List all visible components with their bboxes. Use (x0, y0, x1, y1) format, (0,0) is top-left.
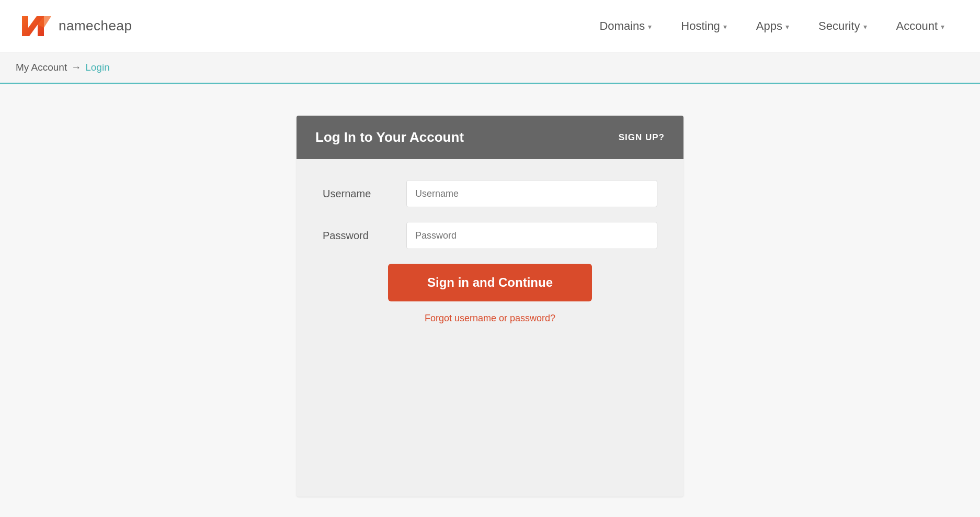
chevron-down-icon: ▾ (863, 23, 867, 31)
nav-label-apps: Apps (756, 19, 782, 33)
username-input[interactable] (406, 180, 657, 207)
username-row: Username (323, 180, 657, 207)
site-header: namecheap Domains ▾ Hosting ▾ Apps ▾ Sec… (0, 0, 980, 52)
logo-text: namecheap (59, 18, 132, 34)
password-label: Password (323, 230, 406, 242)
logo-area[interactable]: namecheap (21, 13, 132, 39)
signin-button[interactable]: Sign in and Continue (388, 264, 592, 301)
signup-link[interactable]: SIGN UP? (619, 132, 665, 143)
password-input[interactable] (406, 222, 657, 249)
nav-item-domains[interactable]: Domains ▾ (585, 14, 666, 38)
nav-item-hosting[interactable]: Hosting ▾ (666, 14, 742, 38)
breadcrumb-arrow: → (71, 62, 81, 73)
nav-item-account[interactable]: Account ▾ (882, 14, 960, 38)
chevron-down-icon: ▾ (941, 23, 944, 31)
breadcrumb: My Account → Login (0, 52, 980, 84)
login-card-title: Log In to Your Account (315, 129, 464, 145)
nav-item-security[interactable]: Security ▾ (804, 14, 881, 38)
chevron-down-icon: ▾ (648, 23, 652, 31)
breadcrumb-myaccount: My Account (16, 62, 67, 73)
chevron-down-icon: ▾ (723, 23, 727, 31)
main-nav: Domains ▾ Hosting ▾ Apps ▾ Security ▾ Ac… (585, 14, 959, 38)
username-label: Username (323, 188, 406, 200)
login-card-body: Username Password Sign in and Continue F… (297, 159, 683, 350)
password-row: Password (323, 222, 657, 249)
nav-label-account: Account (896, 19, 938, 33)
breadcrumb-login[interactable]: Login (85, 62, 110, 73)
submit-row: Sign in and Continue Forgot username or … (323, 264, 657, 324)
login-card: Log In to Your Account SIGN UP? Username… (297, 116, 683, 497)
main-content: Log In to Your Account SIGN UP? Username… (0, 84, 980, 517)
forgot-link[interactable]: Forgot username or password? (425, 313, 555, 324)
logo-icon (21, 13, 52, 39)
nav-label-domains: Domains (599, 19, 645, 33)
login-card-header: Log In to Your Account SIGN UP? (297, 116, 683, 159)
nav-item-apps[interactable]: Apps ▾ (742, 14, 804, 38)
chevron-down-icon: ▾ (785, 23, 789, 31)
nav-label-hosting: Hosting (681, 19, 720, 33)
nav-label-security: Security (818, 19, 860, 33)
svg-marker-0 (22, 16, 44, 36)
